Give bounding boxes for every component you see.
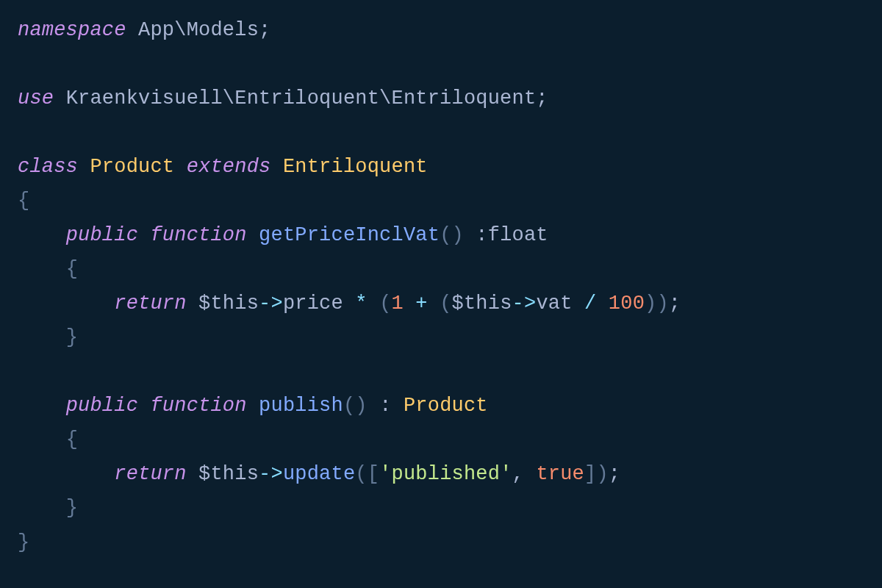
keyword-extends: extends: [187, 156, 271, 178]
variable-this: $this: [198, 293, 259, 315]
semicolon: ;: [669, 293, 681, 315]
code-line: }: [18, 326, 78, 348]
semicolon: ;: [609, 463, 620, 485]
use-path: Kraenkvisuell\Entriloquent\Entriloquent: [66, 87, 537, 110]
number-literal: 100: [609, 293, 645, 315]
paren-open: (: [355, 463, 367, 485]
property: vat: [536, 293, 572, 315]
code-line: }: [18, 531, 29, 553]
function-name: publish: [259, 395, 343, 417]
semicolon: ;: [259, 19, 270, 41]
keyword-function: function: [150, 395, 246, 417]
keyword-public: public: [66, 224, 138, 246]
code-line: return $this->price * (1 + ($this->vat /…: [18, 293, 681, 315]
keyword-return: return: [114, 293, 186, 315]
string-literal: 'published': [379, 463, 512, 485]
code-line: public function publish() : Product: [18, 395, 488, 417]
code-line: namespace App\Models;: [18, 19, 270, 41]
keyword-use: use: [18, 87, 54, 110]
boolean-literal: true: [536, 463, 584, 485]
property: price: [283, 293, 343, 315]
operator: +: [404, 293, 440, 315]
code-editor-viewport: namespace App\Models; use Kraenkvisuell\…: [0, 0, 882, 573]
colon: :: [368, 395, 404, 417]
paren-close: ): [656, 293, 668, 315]
operator: *: [343, 293, 379, 315]
parentheses: (): [440, 224, 464, 246]
base-class-name: Entriloquent: [283, 156, 428, 178]
variable-this: $this: [198, 463, 259, 485]
operator: /: [573, 293, 609, 315]
code-line: {: [18, 190, 29, 212]
code-line: return $this->update(['published', true]…: [18, 463, 620, 485]
class-name: Product: [90, 156, 174, 178]
code-line: }: [18, 497, 78, 519]
keyword-function: function: [150, 224, 246, 246]
semicolon: ;: [536, 87, 548, 110]
paren-open: (: [440, 293, 451, 315]
code-line: {: [18, 429, 78, 451]
brace-close: }: [66, 497, 78, 519]
return-type: :float: [464, 224, 548, 246]
keyword-public: public: [66, 395, 138, 417]
keyword-class: class: [18, 156, 78, 178]
paren-close: ): [596, 463, 608, 485]
keyword-namespace: namespace: [18, 19, 126, 41]
brace-close: }: [18, 531, 29, 553]
arrow-operator: ->: [512, 293, 537, 315]
paren-open: (: [379, 293, 391, 315]
bracket-open: [: [368, 463, 379, 485]
method-call: update: [283, 463, 355, 485]
arrow-operator: ->: [259, 293, 283, 315]
return-type: Product: [404, 395, 488, 417]
variable-this: $this: [452, 293, 512, 315]
bracket-close: ]: [584, 463, 596, 485]
keyword-return: return: [114, 463, 186, 485]
code-line: public function getPriceInclVat() :float: [18, 224, 548, 246]
namespace-path: App\Models: [138, 19, 259, 41]
brace-open: {: [18, 190, 29, 212]
brace-close: }: [66, 326, 78, 348]
code-line: class Product extends Entriloquent: [18, 156, 428, 178]
brace-open: {: [66, 258, 78, 280]
code-line: {: [18, 258, 78, 280]
number-literal: 1: [392, 293, 404, 315]
arrow-operator: ->: [259, 463, 283, 485]
code-line: use Kraenkvisuell\Entriloquent\Entriloqu…: [18, 87, 548, 110]
comma: ,: [512, 463, 537, 485]
paren-close: ): [645, 293, 656, 315]
parentheses: (): [343, 395, 368, 417]
brace-open: {: [66, 429, 78, 451]
function-name: getPriceInclVat: [259, 224, 440, 246]
